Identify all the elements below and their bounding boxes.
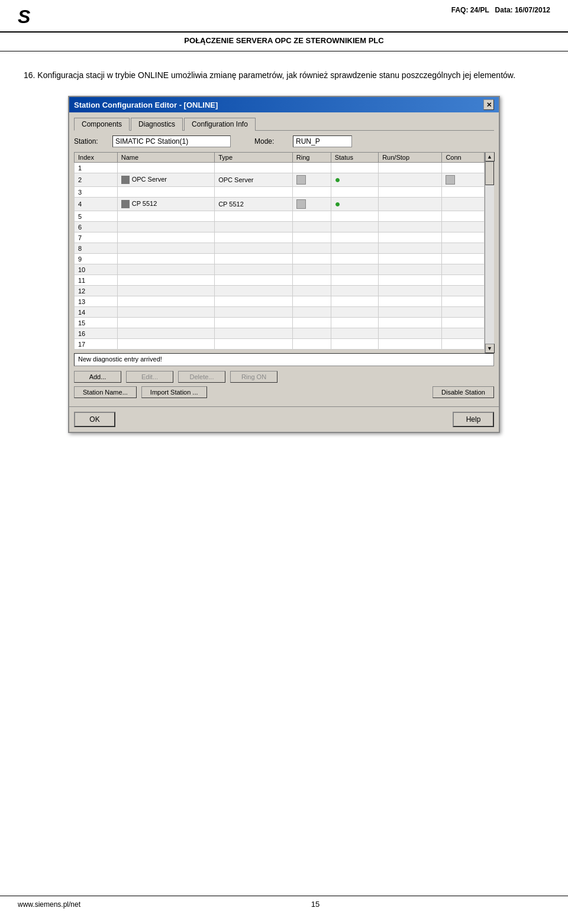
ring-icon [296, 199, 306, 209]
cell-name [117, 275, 214, 286]
dialog-body: Components Diagnostics Configuration Inf… [69, 112, 499, 406]
cell-status: ● [331, 198, 378, 211]
table-row[interactable]: 16 [75, 328, 485, 339]
header-info: FAQ: 24/PL Data: 16/07/2012 [451, 6, 550, 14]
faq-label: FAQ: 24/PL Data: 16/07/2012 [451, 6, 550, 14]
cell-conn [442, 222, 485, 232]
ok-button[interactable]: OK [74, 412, 115, 427]
cell-index: 14 [75, 307, 118, 318]
cell-conn [442, 296, 485, 307]
cell-ring [292, 222, 331, 232]
cell-status [331, 163, 378, 173]
cell-status [331, 264, 378, 275]
col-ring: Ring [292, 153, 331, 163]
table-row[interactable]: 13 [75, 296, 485, 307]
table-row[interactable]: 9 [75, 254, 485, 264]
cell-index: 5 [75, 211, 118, 222]
cell-name [117, 318, 214, 328]
page-subheader: POŁĄCZENIE SERVERA OPC ZE STEROWNIKIEM P… [0, 33, 568, 51]
cell-status [331, 187, 378, 198]
cell-conn [442, 286, 485, 296]
disable-station-button[interactable]: Disable Station [433, 386, 494, 398]
cell-type [215, 286, 293, 296]
table-row[interactable]: 7 [75, 232, 485, 243]
cell-ring [292, 328, 331, 339]
cell-name [117, 296, 214, 307]
cell-ring [292, 307, 331, 318]
conn-icon [446, 175, 455, 185]
cell-type [215, 243, 293, 254]
scrollbar-up-button[interactable]: ▲ [485, 152, 495, 161]
dialog-title: Station Configuration Editor - [ONLINE] [74, 101, 218, 109]
cell-conn [442, 307, 485, 318]
cell-conn [442, 243, 485, 254]
table-row[interactable]: 5 [75, 211, 485, 222]
table-row[interactable]: 3 [75, 187, 485, 198]
cell-runstop [379, 243, 442, 254]
cell-type [215, 328, 293, 339]
scrollbar-thumb[interactable] [485, 161, 494, 185]
scrollbar-down-button[interactable]: ▼ [485, 344, 495, 353]
cell-ring [292, 264, 331, 275]
tab-diagnostics[interactable]: Diagnostics [131, 118, 183, 131]
cell-ring [292, 296, 331, 307]
cell-type [215, 339, 293, 350]
cell-type [215, 307, 293, 318]
cell-conn [442, 254, 485, 264]
cell-status [331, 296, 378, 307]
cell-type: OPC Server [215, 173, 293, 187]
cell-status [331, 318, 378, 328]
cell-index: 15 [75, 318, 118, 328]
dialog-close-button[interactable]: ✕ [483, 99, 494, 110]
table-row[interactable]: 14 [75, 307, 485, 318]
table-row[interactable]: 12 [75, 286, 485, 296]
tab-configuration-info[interactable]: Configuration Info [184, 118, 256, 131]
table-row[interactable]: 6 [75, 222, 485, 232]
ring-icon [296, 175, 306, 185]
cell-conn [442, 339, 485, 350]
station-name-input[interactable] [112, 135, 231, 147]
page-header: S FAQ: 24/PL Data: 16/07/2012 [0, 0, 568, 33]
dialog-wrapper: Station Configuration Editor - [ONLINE] … [24, 96, 544, 433]
dialog-footer: OK Help [69, 406, 499, 432]
table-row[interactable]: 2OPC ServerOPC Server● [75, 173, 485, 187]
cell-index: 2 [75, 173, 118, 187]
cell-ring [292, 198, 331, 211]
footer-website: www.siemens.pl/net [18, 900, 80, 909]
cell-name: CP 5512 [117, 198, 214, 211]
import-station-button[interactable]: Import Station ... [141, 386, 207, 398]
station-name-button[interactable]: Station Name... [74, 386, 137, 398]
help-button[interactable]: Help [453, 412, 494, 427]
cell-ring [292, 163, 331, 173]
table-row[interactable]: 11 [75, 275, 485, 286]
tab-components[interactable]: Components [74, 118, 130, 131]
cell-runstop [379, 173, 442, 187]
cell-type [215, 187, 293, 198]
cell-ring [292, 339, 331, 350]
button-spacer [212, 386, 428, 398]
cell-type [215, 222, 293, 232]
page-content: 16. Konfiguracja stacji w trybie ONLINE … [0, 51, 568, 469]
delete-button[interactable]: Delete... [178, 371, 225, 383]
table-scrollbar[interactable]: ▲ ▼ [485, 152, 494, 353]
mode-input[interactable] [293, 135, 352, 147]
dialog: Station Configuration Editor - [ONLINE] … [68, 96, 500, 433]
table-row[interactable]: 10 [75, 264, 485, 275]
add-button[interactable]: Add... [74, 371, 121, 383]
ring-on-button[interactable]: Ring ON [230, 371, 277, 383]
table-row[interactable]: 1 [75, 163, 485, 173]
cell-name [117, 232, 214, 243]
col-conn: Conn [442, 153, 485, 163]
table-row[interactable]: 8 [75, 243, 485, 254]
col-index: Index [75, 153, 118, 163]
cell-runstop [379, 232, 442, 243]
mode-label: Mode: [254, 137, 287, 146]
table-row[interactable]: 4CP 5512CP 5512● [75, 198, 485, 211]
cell-name [117, 222, 214, 232]
edit-button[interactable]: Edit... [126, 371, 173, 383]
cell-runstop [379, 211, 442, 222]
cell-name [117, 211, 214, 222]
cell-type [215, 318, 293, 328]
table-row[interactable]: 15 [75, 318, 485, 328]
table-row[interactable]: 17 [75, 339, 485, 350]
